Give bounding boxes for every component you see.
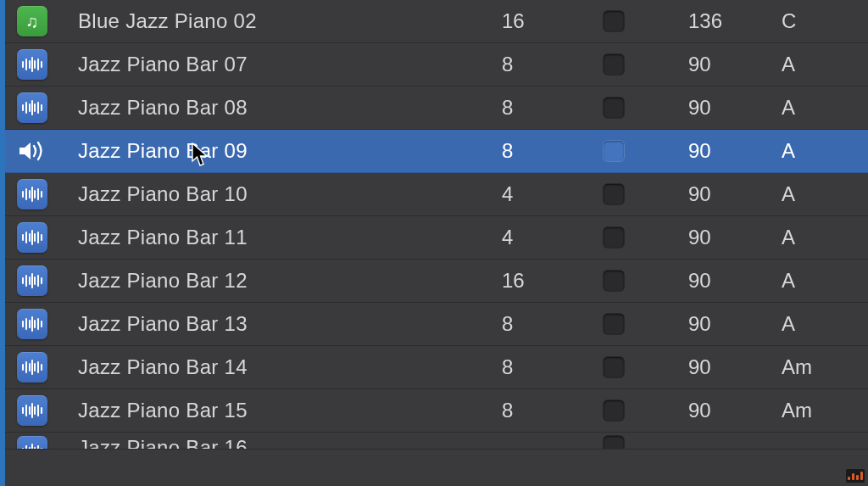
favorite-cell [604,271,688,291]
favorite-cell [604,98,688,118]
loop-key: Am [782,355,841,379]
loop-row[interactable]: Jazz Piano Bar 07890A [5,43,868,87]
loop-tempo: 90 [688,226,782,249]
loop-row[interactable]: Jazz Piano Bar 16 [5,433,868,450]
loop-tempo: 90 [688,269,782,293]
favorite-checkbox[interactable] [604,271,624,291]
loop-row[interactable]: Jazz Piano Bar 13890A [5,303,868,346]
favorite-cell [604,184,688,204]
loop-name: Jazz Piano Bar 14 [51,355,502,379]
loop-tempo: 90 [688,182,782,206]
loop-name: Jazz Piano Bar 08 [51,96,502,120]
favorite-checkbox[interactable] [604,436,624,450]
row-icon-slot[interactable] [14,140,51,162]
loop-name: Jazz Piano Bar 12 [51,269,502,293]
loop-key: A [782,269,841,293]
loop-row[interactable]: Jazz Piano Bar 14890Am [5,346,868,389]
loop-beats: 8 [502,96,604,120]
row-icon-slot[interactable]: ♫ [14,6,51,36]
row-icon-slot[interactable] [14,352,51,383]
loop-row[interactable]: Jazz Piano Bar 121690A [5,260,868,303]
favorite-cell [604,357,688,377]
loop-tempo: 90 [688,399,782,422]
row-icon-slot[interactable] [14,395,51,426]
loop-beats: 16 [502,9,604,33]
audio-loop-icon [17,222,47,253]
favorite-cell [604,227,688,248]
loop-name: Jazz Piano Bar 11 [51,226,502,249]
audio-loop-icon [17,309,47,339]
row-icon-slot[interactable] [14,92,51,123]
audio-loop-icon [17,395,47,426]
favorite-checkbox[interactable] [604,227,624,248]
loop-name: Blue Jazz Piano 02 [51,9,502,33]
audio-loop-icon [17,436,47,450]
loop-beats: 8 [502,312,604,336]
loop-row[interactable]: Jazz Piano Bar 08890A [5,87,868,130]
row-icon-slot[interactable] [14,179,51,209]
favorite-cell [604,436,688,450]
favorite-checkbox[interactable] [604,357,624,377]
audio-loop-icon [17,179,47,209]
loop-beats: 8 [502,53,604,76]
loop-beats: 8 [502,355,604,379]
favorite-checkbox[interactable] [604,141,624,161]
midi-loop-icon: ♫ [17,6,47,36]
loop-key: A [782,226,841,249]
favorite-cell [604,141,688,161]
row-icon-slot[interactable] [14,436,51,450]
favorite-checkbox[interactable] [604,400,624,421]
loop-tempo: 90 [688,53,782,76]
loop-key: C [782,9,841,33]
loop-tempo: 90 [688,96,782,120]
favorite-cell [604,314,688,334]
loop-name: Jazz Piano Bar 16 [51,436,502,450]
favorite-cell [604,11,688,31]
loop-tempo: 90 [688,312,782,336]
row-icon-slot[interactable] [14,49,51,80]
loop-name: Jazz Piano Bar 15 [51,399,502,422]
loop-key: Am [782,399,841,422]
loop-row[interactable]: ♫Blue Jazz Piano 0216136C [5,0,868,43]
loop-key: A [782,53,841,76]
loop-row[interactable]: Jazz Piano Bar 10490A [5,173,868,216]
loop-beats: 8 [502,399,604,422]
favorite-checkbox[interactable] [604,11,624,31]
audio-loop-icon [17,352,47,383]
loop-key: A [782,312,841,336]
row-icon-slot[interactable] [14,222,51,253]
loop-beats: 16 [502,269,604,293]
loop-beats: 4 [502,182,604,206]
loop-list: ♫Blue Jazz Piano 0216136CJazz Piano Bar … [5,0,868,486]
audio-loop-icon [17,49,47,80]
loop-name: Jazz Piano Bar 10 [51,182,502,206]
loop-beats: 4 [502,226,604,249]
favorite-checkbox[interactable] [604,314,624,334]
audio-loop-icon [17,92,47,123]
loop-name: Jazz Piano Bar 07 [51,53,502,76]
loop-key: A [782,182,841,206]
eq-badge-icon [846,469,865,483]
loop-tempo: 136 [688,9,782,33]
loop-name: Jazz Piano Bar 09 [51,139,502,163]
favorite-cell [604,54,688,75]
favorite-checkbox[interactable] [604,98,624,118]
row-icon-slot[interactable] [14,309,51,339]
audio-loop-icon [17,265,47,296]
loop-tempo: 90 [688,139,782,163]
now-playing-icon [18,140,47,162]
favorite-checkbox[interactable] [604,54,624,75]
loop-row[interactable]: Jazz Piano Bar 15890Am [5,389,868,433]
favorite-cell [604,400,688,421]
loop-key: A [782,139,841,163]
loop-beats: 8 [502,139,604,163]
loop-row[interactable]: Jazz Piano Bar 09890A [5,130,868,173]
loop-name: Jazz Piano Bar 13 [51,312,502,336]
favorite-checkbox[interactable] [604,184,624,204]
row-icon-slot[interactable] [14,265,51,296]
loop-tempo: 90 [688,355,782,379]
loop-key: A [782,96,841,120]
loop-row[interactable]: Jazz Piano Bar 11490A [5,216,868,260]
